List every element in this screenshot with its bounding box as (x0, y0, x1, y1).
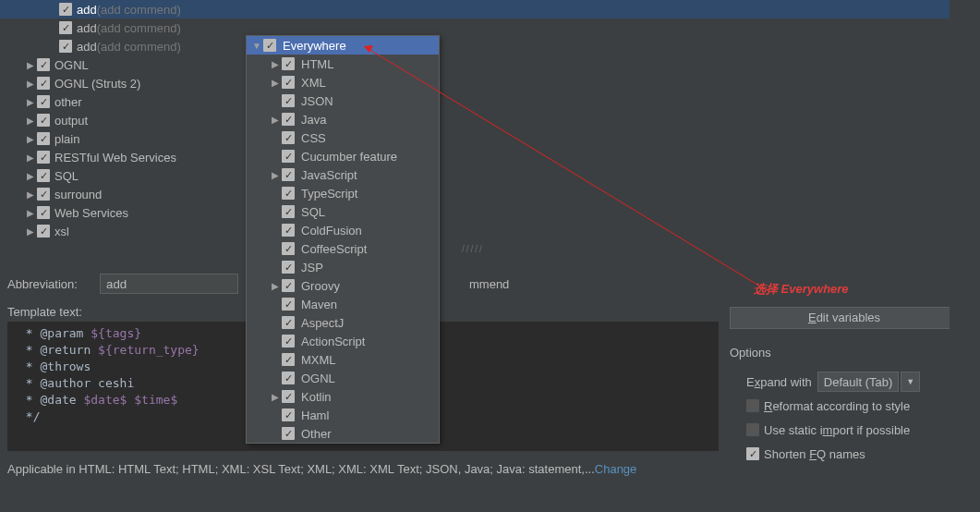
popup-item[interactable]: ActionScript (247, 332, 439, 350)
expand-arrow-icon[interactable] (269, 392, 282, 402)
popup-checkbox[interactable] (282, 224, 295, 237)
expand-arrow-icon[interactable] (24, 171, 37, 181)
expand-arrow-icon[interactable] (24, 226, 37, 237)
popup-checkbox[interactable] (282, 316, 295, 329)
expand-arrow-icon[interactable] (24, 60, 37, 70)
reformat-checkbox[interactable] (746, 399, 759, 412)
tree-item[interactable]: SQL (0, 166, 950, 185)
expand-arrow-icon[interactable] (24, 97, 37, 107)
popup-checkbox[interactable] (282, 242, 295, 255)
tree-item[interactable]: add (add commend) (0, 0, 950, 18)
popup-item[interactable]: ColdFusion (247, 221, 439, 239)
popup-checkbox[interactable] (282, 168, 295, 181)
popup-checkbox[interactable] (282, 57, 295, 70)
popup-checkbox[interactable] (282, 205, 295, 218)
item-checkbox[interactable] (59, 40, 72, 53)
popup-checkbox[interactable] (282, 150, 295, 163)
item-checkbox[interactable] (37, 169, 50, 182)
popup-item[interactable]: JavaScript (247, 165, 439, 184)
tree-item[interactable]: OGNL (Struts 2) (0, 74, 950, 92)
item-checkbox[interactable] (37, 95, 50, 108)
popup-item[interactable]: JSP (247, 258, 439, 276)
tree-item[interactable]: add (add commend) (0, 37, 950, 55)
item-checkbox[interactable] (37, 188, 50, 201)
tree-item[interactable]: xsl (0, 222, 950, 240)
tree-item[interactable]: OGNL (0, 55, 950, 74)
popup-checkbox[interactable] (282, 187, 295, 200)
item-checkbox[interactable] (37, 114, 50, 127)
popup-item[interactable]: HTML (247, 55, 439, 73)
change-link[interactable]: Change (595, 462, 637, 476)
expand-arrow-icon[interactable] (24, 116, 37, 126)
popup-item[interactable]: Java (247, 110, 439, 128)
tree-item[interactable]: RESTful Web Services (0, 148, 950, 166)
expand-arrow-icon[interactable] (269, 78, 282, 88)
expand-arrow-icon[interactable] (24, 208, 37, 218)
tree-item[interactable]: plain (0, 129, 950, 148)
expand-arrow-icon[interactable] (250, 41, 263, 51)
static-import-checkbox[interactable] (746, 423, 759, 436)
popup-item[interactable]: AspectJ (247, 313, 439, 332)
popup-checkbox[interactable] (282, 131, 295, 144)
item-checkbox[interactable] (37, 58, 50, 71)
context-popup[interactable]: EverywhereHTMLXMLJSONJavaCSSCucumber fea… (246, 35, 440, 444)
abbreviation-input[interactable] (100, 274, 238, 294)
popup-checkbox[interactable] (282, 372, 295, 384)
popup-checkbox[interactable] (282, 94, 295, 107)
popup-item[interactable]: CSS (247, 128, 439, 147)
popup-item[interactable]: JSON (247, 91, 439, 110)
expand-arrow-icon[interactable] (24, 189, 37, 200)
popup-checkbox[interactable] (282, 427, 295, 440)
tree-item[interactable]: Web Services (0, 203, 950, 222)
item-checkbox[interactable] (37, 77, 50, 90)
tree-item[interactable]: surround (0, 185, 950, 203)
popup-checkbox[interactable] (282, 298, 295, 311)
item-checkbox[interactable] (37, 206, 50, 219)
popup-item[interactable]: OGNL (247, 369, 439, 387)
template-tree[interactable]: add (add commend)add (add commend)add (a… (0, 0, 950, 259)
popup-item[interactable]: MXML (247, 350, 439, 369)
expand-arrow-icon[interactable] (269, 170, 282, 180)
expand-arrow-icon[interactable] (24, 134, 37, 144)
item-checkbox[interactable] (37, 151, 50, 164)
item-label: add (77, 3, 97, 17)
popup-item[interactable]: CoffeeScript (247, 239, 439, 258)
popup-checkbox[interactable] (282, 279, 295, 292)
tree-item[interactable]: other (0, 92, 950, 111)
item-checkbox[interactable] (37, 225, 50, 238)
popup-checkbox[interactable] (282, 76, 295, 89)
popup-checkbox[interactable] (282, 353, 295, 366)
popup-checkbox[interactable] (282, 113, 295, 126)
expand-arrow-icon[interactable] (269, 115, 282, 125)
tree-item[interactable]: output (0, 111, 950, 129)
item-checkbox[interactable] (59, 3, 72, 16)
popup-item[interactable]: Everywhere (247, 36, 439, 55)
item-checkbox[interactable] (59, 21, 72, 34)
shorten-fq-checkbox[interactable] (746, 447, 759, 460)
popup-item[interactable]: Kotlin (247, 387, 439, 406)
edit-variables-button[interactable]: Edit variables (730, 307, 959, 329)
popup-item[interactable]: XML (247, 73, 439, 91)
popup-item[interactable]: TypeScript (247, 184, 439, 202)
popup-checkbox[interactable] (263, 39, 276, 52)
expand-arrow-icon[interactable] (24, 152, 37, 163)
popup-checkbox[interactable] (282, 261, 295, 274)
popup-item[interactable]: Cucumber feature (247, 147, 439, 165)
expand-with-caret[interactable]: ▼ (901, 372, 920, 392)
expand-arrow-icon[interactable] (269, 281, 282, 291)
tree-item[interactable]: add (add commend) (0, 18, 950, 37)
popup-item[interactable]: Other (247, 424, 439, 443)
popup-checkbox[interactable] (282, 335, 295, 347)
scrollbar[interactable] (950, 0, 966, 512)
popup-item[interactable]: SQL (247, 202, 439, 221)
resize-handle-dots[interactable]: ///// (462, 244, 484, 254)
item-checkbox[interactable] (37, 132, 50, 145)
popup-checkbox[interactable] (282, 408, 295, 421)
popup-item[interactable]: Maven (247, 295, 439, 313)
popup-checkbox[interactable] (282, 390, 295, 403)
popup-item[interactable]: Haml (247, 406, 439, 424)
expand-arrow-icon[interactable] (24, 79, 37, 89)
popup-item[interactable]: Groovy (247, 276, 439, 295)
expand-arrow-icon[interactable] (269, 59, 282, 69)
expand-with-select[interactable]: Default (Tab) (817, 372, 899, 392)
